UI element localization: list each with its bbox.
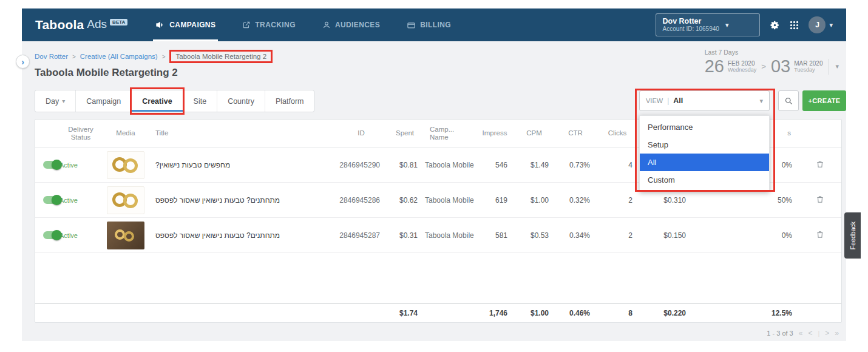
delete-button[interactable] [816, 160, 824, 171]
delivery-status: Active [59, 161, 102, 169]
nav-label: AUDIENCES [335, 21, 380, 29]
row-enabled-toggle[interactable] [43, 161, 61, 169]
search-button[interactable] [778, 90, 799, 111]
ring-graphic [124, 231, 134, 242]
breadcrumb-separator: > [162, 53, 166, 60]
creative-id: 2846945286 [336, 196, 386, 205]
megaphone-icon [155, 20, 165, 30]
date-range-separator: > [761, 62, 766, 71]
dimension-tabs: Day Campaign Creative Site Country Platf… [35, 90, 314, 112]
end-month: MAR 2020 [794, 60, 822, 67]
beta-badge: BETA [110, 19, 127, 25]
create-button[interactable]: +CREATE [802, 90, 846, 111]
divider: | [818, 330, 819, 337]
column-header-ctr[interactable]: CTR [555, 129, 596, 137]
nav-item-billing[interactable]: BILLING [407, 8, 451, 41]
clicks-value: 2 [596, 196, 639, 205]
tab-country[interactable]: Country [217, 90, 265, 112]
column-header-title[interactable]: Title [149, 129, 336, 137]
row-enabled-toggle[interactable] [43, 231, 61, 239]
logo-brand: Taboola [35, 18, 84, 32]
search-icon [784, 96, 793, 106]
breadcrumb-creative-link[interactable]: Creative (All Campaigns) [80, 53, 158, 60]
date-range-picker[interactable]: Last 7 Days 26 FEB 2020 Wednesday > 03 M… [705, 49, 839, 76]
delete-button[interactable] [816, 230, 824, 241]
tab-creative[interactable]: Creative [132, 90, 183, 112]
tab-day[interactable]: Day [35, 90, 76, 112]
media-thumbnail[interactable] [107, 222, 144, 249]
tab-campaign[interactable]: Campaign [76, 90, 132, 112]
cpc-value: $0.310 [639, 196, 692, 205]
column-header-spent[interactable]: Spent [386, 129, 424, 137]
column-header-cpm[interactable]: CPM [514, 129, 555, 137]
column-header-clicks[interactable]: Clicks [596, 129, 639, 137]
column-header-delivery-status[interactable]: Delivery Status [59, 126, 102, 141]
total-ctr: 0.46% [555, 309, 596, 317]
user-menu[interactable]: J [809, 16, 833, 33]
apps-grid-icon[interactable] [790, 21, 799, 30]
first-page-button[interactable]: « [799, 329, 803, 337]
view-menu-item[interactable]: All [640, 154, 769, 171]
breadcrumb-current annotation-box: Taboola Mobile Retargeting 2 [169, 50, 273, 63]
column-header-media[interactable]: Media [102, 129, 149, 137]
logo-product: Ads [87, 18, 107, 31]
column-header-campaign-name[interactable]: Camp... Name [424, 126, 476, 141]
view-menu-item[interactable]: Performance [640, 118, 769, 136]
chevron-down-icon[interactable] [835, 63, 839, 70]
next-page-button[interactable]: > [825, 329, 829, 337]
view-menu-item[interactable]: Setup [640, 136, 769, 154]
feedback-tab[interactable]: Feedback [844, 212, 861, 259]
creative-title: מחפשים טבעות נישואין? [149, 161, 336, 169]
nav-item-campaigns[interactable]: CAMPAIGNS [155, 8, 215, 41]
nav-label: TRACKING [255, 21, 296, 29]
start-weekday: Wednesday [728, 67, 756, 73]
tab-site[interactable]: Site [183, 90, 218, 112]
nav-label: CAMPAIGNS [169, 21, 215, 29]
nav-item-audiences[interactable]: AUDIENCES [322, 8, 380, 41]
pagination: 1 - 3 of 3 « < | > » [767, 329, 839, 337]
previous-page-button[interactable]: < [808, 329, 812, 337]
total-impressions: 1,746 [476, 309, 514, 317]
clicks-value: 2 [596, 231, 639, 240]
tab-platform[interactable]: Platform [265, 90, 314, 112]
delete-button[interactable] [816, 195, 824, 206]
ctr-value: 0.34% [555, 231, 596, 240]
total-spent: $1.74 [386, 309, 424, 317]
campaign-name: Taboola Mobile R [424, 196, 476, 205]
view-dropdown-menu: Performance Setup All Custom [639, 115, 770, 192]
person-icon [322, 21, 331, 29]
column-header-impressions[interactable]: Impress [476, 129, 514, 137]
chevron-down-icon [759, 97, 763, 105]
ring-graphic [123, 158, 138, 173]
delivery-status: Active [59, 197, 102, 204]
account-id: Account ID: 1065940 [662, 25, 719, 33]
date-preset-label: Last 7 Days [705, 49, 839, 56]
media-thumbnail[interactable] [107, 151, 144, 179]
chevron-down-icon [829, 21, 833, 29]
account-switcher[interactable]: Dov Rotter Account ID: 1065940 [656, 13, 760, 36]
sidebar-expander-button[interactable] [16, 55, 30, 69]
total-pct: 12.5% [692, 309, 798, 317]
external-link-icon [242, 21, 251, 29]
table-row: Active מתחתנים? טבעות נישואין שאסור לפספ… [35, 218, 841, 253]
end-weekday: Tuesday [794, 67, 822, 73]
column-header-id[interactable]: ID [336, 129, 386, 137]
media-thumbnail[interactable] [107, 186, 144, 214]
trash-icon [816, 195, 824, 204]
campaign-name: Taboola Mobile R [424, 161, 476, 169]
row-enabled-toggle[interactable] [43, 196, 61, 204]
last-page-button[interactable]: » [835, 329, 839, 337]
divider [829, 59, 829, 75]
view-prefix: VIEW [646, 97, 663, 104]
start-day: 26 [705, 56, 724, 76]
creative-title: מתחתנים? טבעות נישואין שאסור לפספס [149, 196, 336, 205]
account-name: Dov Rotter [662, 17, 719, 25]
breadcrumb-account-link[interactable]: Dov Rotter [35, 53, 68, 60]
impressions-value: 581 [476, 231, 514, 240]
settings-gear-icon[interactable] [770, 20, 780, 30]
navbar-right: Dov Rotter Account ID: 1065940 J [656, 13, 833, 36]
chevron-down-icon [62, 98, 65, 104]
view-menu-item[interactable]: Custom [640, 171, 769, 189]
nav-item-tracking[interactable]: TRACKING [242, 8, 296, 41]
view-dropdown[interactable]: VIEW | All [639, 90, 770, 111]
